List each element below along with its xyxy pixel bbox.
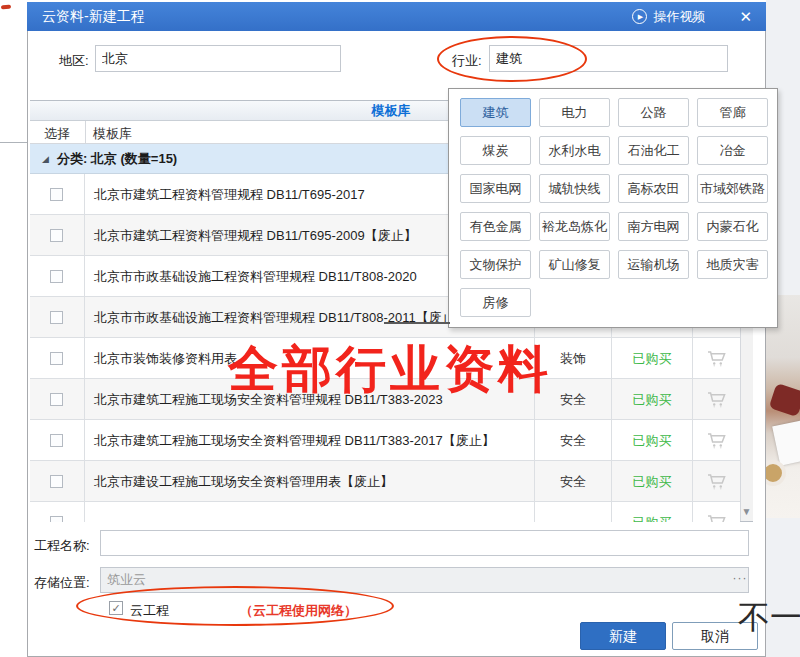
row-cart-cell [693,420,740,461]
cloud-project-label: 云工程 [130,602,169,620]
row-cart-cell [693,461,740,502]
industry-option[interactable]: 市域郊铁路 [697,174,768,203]
row-category: 安全 [535,461,612,502]
industry-option[interactable]: 运输机场 [618,250,689,279]
operation-video-button[interactable]: ▶ 操作视频 [632,8,705,26]
industry-option[interactable]: 文物保护 [460,250,531,279]
photo-coffee-cup [766,460,786,486]
industry-option[interactable]: 公路 [618,98,689,127]
industry-option[interactable]: 煤炭 [460,136,531,165]
table-row[interactable]: 北京市建筑工程施工现场安全资料管理规程 DB11/T383-2017【废止】 安… [30,420,740,461]
cloud-project-checkbox[interactable]: ✓ [109,601,123,615]
industry-option[interactable]: 石油化工 [618,136,689,165]
row-select-cell [30,420,85,461]
region-label: 地区: [59,52,89,70]
industry-option[interactable]: 水利水电 [539,136,610,165]
row-checkbox[interactable] [50,434,63,447]
row-purchase-status: 已购买 [612,338,693,379]
library-column-header: 模板库 [93,125,132,143]
row-purchase-status: 已购买 [612,502,693,522]
cart-icon[interactable] [707,473,727,490]
cart-icon[interactable] [707,350,727,367]
row-select-cell [30,256,85,297]
photo-wristband [769,383,800,417]
header-divider [85,121,86,144]
storage-location-label: 存储位置: [34,574,90,592]
industry-option[interactable]: 内蒙石化 [697,212,768,241]
red-annotation-dash [1,4,11,9]
region-input[interactable] [95,45,341,72]
industry-option[interactable]: 城轨快线 [539,174,610,203]
industry-dropdown-popup: 建筑电力公路管廊煤炭水利水电石油化工冶金国家电网城轨快线高标农田市域郊铁路有色金… [448,88,778,328]
dialog-titlebar: 云资料-新建工程 ▶ 操作视频 ✕ [27,2,766,31]
play-video-icon: ▶ [632,9,647,24]
background-divider-line [0,142,27,143]
browse-icon[interactable]: ··· [731,571,749,589]
group-label: 分类: 北京 (数量=15) [57,150,177,168]
row-select-cell [30,461,85,502]
row-cart-cell [693,379,740,420]
select-column-header: 选择 [44,125,70,143]
row-checkbox[interactable] [50,229,63,242]
row-select-cell [30,215,85,256]
operation-video-label: 操作视频 [653,8,705,26]
annotation-line [384,322,450,324]
industry-option[interactable]: 电力 [539,98,610,127]
row-category [535,502,612,522]
row-category: 安全 [535,420,612,461]
row-checkbox[interactable] [50,311,63,324]
create-button[interactable]: 新建 [580,622,666,650]
row-checkbox[interactable] [50,393,63,406]
background-partial-text: 不一 [738,596,800,636]
background-desk-photo [766,295,800,518]
watermark-text: 全部行业资料 [228,336,552,403]
row-checkbox[interactable] [50,516,63,522]
row-checkbox[interactable] [50,270,63,283]
industry-label: 行业: [452,52,482,70]
cart-icon[interactable] [707,514,727,522]
row-library-name: 北京市建筑工程施工现场安全资料管理规程 DB11/T383-2017【废止】 [85,420,535,461]
row-select-cell [30,338,85,379]
row-checkbox[interactable] [50,475,63,488]
industry-option[interactable]: 高标农田 [618,174,689,203]
industry-option[interactable]: 矿山修复 [539,250,610,279]
cart-icon[interactable] [707,391,727,408]
row-select-cell [30,379,85,420]
row-checkbox[interactable] [50,352,63,365]
table-row[interactable]: 北京市建设工程施工现场安全资料管理用表【废止】 安全 已购买 [30,461,740,502]
industry-options-grid: 建筑电力公路管廊煤炭水利水电石油化工冶金国家电网城轨快线高标农田市域郊铁路有色金… [460,98,777,317]
template-library-tab-label: 模板库 [372,103,411,118]
photo-paper [772,420,800,465]
row-purchase-status: 已购买 [612,379,693,420]
industry-option[interactable]: 管廊 [697,98,768,127]
close-icon[interactable]: ✕ [739,8,752,26]
industry-option[interactable]: 建筑 [460,98,531,127]
industry-option[interactable]: 地质灾害 [697,250,768,279]
table-row[interactable]: 已购买 [30,502,740,522]
industry-input[interactable] [489,45,728,72]
row-select-cell [30,174,85,215]
row-checkbox[interactable] [50,188,63,201]
cloud-network-note: （云工程使用网络） [240,602,357,620]
row-cart-cell [693,502,740,522]
row-library-name: 北京市建设工程施工现场安全资料管理用表【废止】 [85,461,535,502]
row-cart-cell [693,338,740,379]
industry-option[interactable]: 国家电网 [460,174,531,203]
row-library-name [85,502,535,522]
storage-location-input[interactable] [100,567,749,593]
cart-icon[interactable] [707,432,727,449]
industry-option[interactable]: 南方电网 [618,212,689,241]
group-expand-icon[interactable]: ◢ [42,154,49,164]
row-select-cell [30,502,85,522]
screen: 不一 云资料-新建工程 ▶ 操作视频 ✕ 地区: 行业: 模板库 选择 模板库 … [0,0,800,657]
project-name-input[interactable] [100,530,749,556]
industry-option[interactable]: 有色金属 [460,212,531,241]
industry-option[interactable]: 房修 [460,288,531,317]
dialog-title: 云资料-新建工程 [42,8,145,26]
row-purchase-status: 已购买 [612,420,693,461]
industry-option[interactable]: 裕龙岛炼化 [539,212,610,241]
row-select-cell [30,297,85,338]
project-name-label: 工程名称: [34,537,90,555]
scrollbar-down-icon[interactable]: ▼ [741,506,752,518]
industry-option[interactable]: 冶金 [697,136,768,165]
